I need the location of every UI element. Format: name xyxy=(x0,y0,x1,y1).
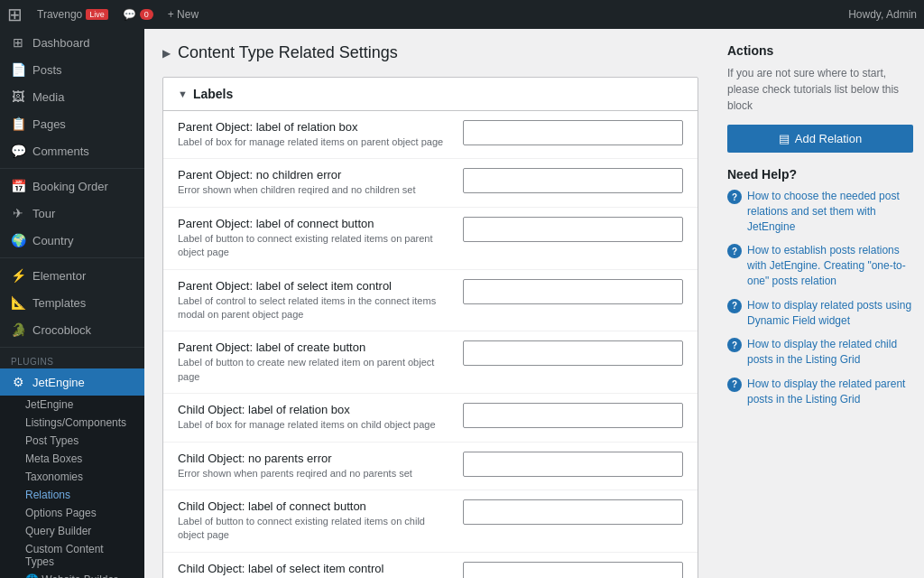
sidebar-item-tour[interactable]: ✈ Tour xyxy=(0,200,144,227)
center-panel: ▶ Content Type Related Settings ▼ Labels… xyxy=(144,29,716,578)
field-input-parent-create-button[interactable] xyxy=(463,340,683,366)
sidebar-item-booking[interactable]: 📅 Booking Order xyxy=(0,172,144,200)
tour-icon: ✈ xyxy=(11,206,25,220)
sidebar-item-elementor[interactable]: ⚡ Elementor xyxy=(0,262,144,289)
sidebar-item-templates[interactable]: 📐 Templates xyxy=(0,289,144,316)
sidebar-sub-meta-boxes[interactable]: Meta Boxes xyxy=(0,450,144,468)
sidebar: ⊞ Dashboard 📄 Posts 🖼 Media 📋 Pages 💬 Co… xyxy=(0,29,144,578)
help-link-help-4[interactable]: How to display the related child posts i… xyxy=(747,337,913,368)
actions-title: Actions xyxy=(727,43,913,58)
field-title-child-select-item: Child Object: label of select item contr… xyxy=(178,562,448,575)
site-name[interactable]: Travengo Live xyxy=(37,8,108,21)
sidebar-sub-query-builder[interactable]: Query Builder xyxy=(0,522,144,540)
sidebar-sub-listings[interactable]: Listings/Components xyxy=(0,414,144,432)
field-title-parent-create-button: Parent Object: label of create button xyxy=(178,340,448,354)
sidebar-sub-taxonomies[interactable]: Taxonomies xyxy=(0,468,144,486)
help-question-icon: ? xyxy=(727,299,742,313)
sidebar-sub-jetengine[interactable]: JetEngine xyxy=(0,396,144,414)
form-row-parent-connect-button: Parent Object: label of connect button L… xyxy=(163,208,698,270)
field-label-parent-relation-box: Parent Object: label of relation box Lab… xyxy=(178,120,448,149)
field-desc-parent-relation-box: Label of box for manage related items on… xyxy=(178,135,448,149)
form-row-child-no-parents: Child Object: no parents error Error sho… xyxy=(163,443,698,490)
field-title-parent-no-children: Parent Object: no children error xyxy=(178,168,448,182)
field-label-parent-select-item: Parent Object: label of select item cont… xyxy=(178,279,448,322)
field-label-parent-connect-button: Parent Object: label of connect button L… xyxy=(178,217,448,260)
field-label-child-select-item: Child Object: label of select item contr… xyxy=(178,562,448,578)
field-input-child-no-parents[interactable] xyxy=(463,452,683,477)
field-input-wrapper-parent-no-children xyxy=(463,168,683,193)
help-link-help-2[interactable]: How to establish posts relations with Je… xyxy=(747,243,913,288)
help-question-icon: ? xyxy=(727,338,742,352)
sidebar-item-posts[interactable]: 📄 Posts xyxy=(0,56,144,83)
field-desc-child-no-parents: Error shown when parents reqired and no … xyxy=(178,467,448,480)
form-row-child-relation-box: Child Object: label of relation box Labe… xyxy=(163,394,698,442)
field-title-parent-connect-button: Parent Object: label of connect button xyxy=(178,217,448,230)
sidebar-item-media[interactable]: 🖼 Media xyxy=(0,83,144,110)
comments-link[interactable]: 💬 0 xyxy=(123,8,153,21)
sidebar-sub-options[interactable]: Options Pages xyxy=(0,504,144,522)
media-icon: 🖼 xyxy=(11,89,25,104)
sidebar-sub-post-types[interactable]: Post Types xyxy=(0,432,144,450)
field-label-child-relation-box: Child Object: label of relation box Labe… xyxy=(178,403,448,432)
breadcrumb-chevron: ▶ xyxy=(162,47,171,60)
add-relation-button[interactable]: ▤ Add Relation xyxy=(727,125,913,153)
help-item-help-1: ? How to choose the needed post relation… xyxy=(727,189,913,234)
website-builder-icon: 🌐 xyxy=(25,573,39,578)
field-label-child-connect-button: Child Object: label of connect button La… xyxy=(178,499,448,543)
sidebar-item-dashboard[interactable]: ⊞ Dashboard xyxy=(0,29,144,56)
field-input-wrapper-parent-connect-button xyxy=(463,217,683,242)
field-input-child-select-item[interactable] xyxy=(463,562,683,578)
field-input-wrapper-parent-create-button xyxy=(463,340,683,366)
field-title-parent-relation-box: Parent Object: label of relation box xyxy=(178,120,448,134)
new-link[interactable]: + New xyxy=(168,8,199,21)
posts-icon: 📄 xyxy=(11,62,25,77)
sidebar-sub-relations[interactable]: Relations xyxy=(0,486,144,504)
field-input-wrapper-parent-select-item xyxy=(463,279,683,304)
labels-fields: Parent Object: label of relation box Lab… xyxy=(163,111,698,578)
field-title-child-connect-button: Child Object: label of connect button xyxy=(178,499,448,513)
sidebar-sub-website-builder[interactable]: 🌐 Website Builder xyxy=(0,571,144,578)
help-link-help-1[interactable]: How to choose the needed post relations … xyxy=(747,189,913,234)
help-link-help-3[interactable]: How to display related posts using Dynam… xyxy=(747,298,913,329)
field-desc-child-relation-box: Label of box for manage related items on… xyxy=(178,418,448,432)
sidebar-item-comments[interactable]: 💬 Comments xyxy=(0,137,144,164)
form-row-parent-relation-box: Parent Object: label of relation box Lab… xyxy=(163,111,698,159)
sidebar-item-pages[interactable]: 📋 Pages xyxy=(0,110,144,137)
labels-section-header[interactable]: ▼ Labels xyxy=(163,78,698,111)
country-icon: 🌍 xyxy=(11,233,25,247)
help-link-help-5[interactable]: How to display the related parent posts … xyxy=(747,377,913,407)
help-item-help-2: ? How to establish posts relations with … xyxy=(727,243,913,288)
field-input-parent-relation-box[interactable] xyxy=(463,120,683,145)
topbar: ⊞ Travengo Live 💬 0 + New Howdy, Admin xyxy=(0,0,924,29)
templates-icon: 📐 xyxy=(11,295,25,310)
field-desc-parent-create-button: Label of button to create new related it… xyxy=(178,356,448,384)
field-input-wrapper-parent-relation-box xyxy=(463,120,683,145)
field-input-wrapper-child-relation-box xyxy=(463,403,683,428)
field-input-parent-connect-button[interactable] xyxy=(463,217,683,242)
actions-desc: If you are not sure where to start, plea… xyxy=(727,65,913,114)
dashboard-icon: ⊞ xyxy=(11,35,25,50)
help-item-help-5: ? How to display the related parent post… xyxy=(727,377,913,407)
comments-count: 0 xyxy=(140,9,153,20)
page-title: Content Type Related Settings xyxy=(178,43,398,62)
form-row-parent-select-item: Parent Object: label of select item cont… xyxy=(163,270,698,332)
sidebar-item-crocoblock[interactable]: 🐊 Crocoblock xyxy=(0,316,144,343)
field-input-parent-select-item[interactable] xyxy=(463,279,683,304)
comments-icon: 💬 xyxy=(11,144,25,158)
page-title-bar: ▶ Content Type Related Settings xyxy=(162,43,698,62)
sidebar-item-country[interactable]: 🌍 Country xyxy=(0,227,144,254)
field-input-parent-no-children[interactable] xyxy=(463,168,683,193)
help-item-help-3: ? How to display related posts using Dyn… xyxy=(727,298,913,329)
sidebar-item-jetengine[interactable]: ⚙ JetEngine xyxy=(0,368,144,396)
labels-section: ▼ Labels Parent Object: label of relatio… xyxy=(162,77,698,578)
field-input-child-relation-box[interactable] xyxy=(463,403,683,428)
jetengine-icon: ⚙ xyxy=(11,375,25,389)
sidebar-sub-custom-content[interactable]: Custom Content Types xyxy=(0,540,144,571)
field-label-parent-create-button: Parent Object: label of create button La… xyxy=(178,340,448,384)
booking-icon: 📅 xyxy=(11,179,25,193)
crocoblock-icon: 🐊 xyxy=(11,322,25,337)
wp-logo[interactable]: ⊞ xyxy=(7,4,23,25)
help-items: ? How to choose the needed post relation… xyxy=(727,189,913,407)
field-desc-child-connect-button: Label of button to connect existing rela… xyxy=(178,515,448,543)
field-input-child-connect-button[interactable] xyxy=(463,499,683,525)
